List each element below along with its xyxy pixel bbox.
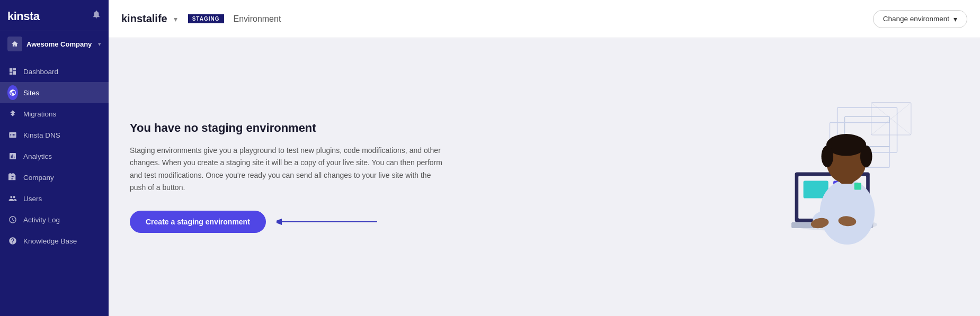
sidebar-item-sites-label: Sites: [23, 89, 39, 97]
sidebar-item-knowledge-base[interactable]: Knowledge Base: [0, 230, 109, 251]
sidebar-item-migrations[interactable]: Migrations: [0, 103, 109, 124]
sidebar-header: kinsta: [0, 0, 109, 31]
activity-log-icon: [7, 214, 18, 225]
sidebar-item-users[interactable]: Users: [0, 188, 109, 209]
sidebar-item-kinsta-dns-label: Kinsta DNS: [23, 131, 60, 139]
users-icon: [7, 193, 18, 204]
nav-items: Dashboard Sites Migrations: [0, 57, 109, 316]
topbar-left: kinstalife ▾ STAGING Environment: [121, 13, 281, 25]
sidebar-item-activity-log[interactable]: Activity Log: [0, 209, 109, 230]
environment-label: Environment: [234, 14, 281, 24]
knowledge-base-icon: [7, 236, 18, 246]
kinsta-logo-svg: kinsta: [7, 8, 55, 22]
migrations-icon: [7, 109, 18, 119]
create-btn-row: Create a staging environment: [130, 211, 448, 233]
sidebar-item-analytics-label: Analytics: [23, 152, 52, 160]
dns-icon: [7, 130, 18, 140]
staging-illustration: [758, 93, 927, 262]
company-name: Awesome Company: [26, 40, 94, 48]
illustration: [758, 93, 927, 262]
company-selector[interactable]: Awesome Company ▾: [0, 31, 109, 57]
sidebar: kinsta Awesome Company ▾ Dashboard: [0, 0, 109, 316]
change-env-label: Change environment: [883, 15, 949, 23]
sites-icon-circle: [7, 85, 18, 100]
sidebar-item-users-label: Users: [23, 195, 42, 203]
notification-bell[interactable]: [92, 10, 101, 21]
arrow-indicator: [277, 214, 382, 230]
sidebar-item-sites[interactable]: Sites: [0, 82, 109, 103]
sidebar-logo: kinsta: [7, 8, 55, 22]
sidebar-item-analytics[interactable]: Analytics: [0, 146, 109, 167]
arrow-svg: [277, 214, 382, 230]
building-icon: [11, 40, 19, 48]
create-staging-environment-button[interactable]: Create a staging environment: [130, 211, 266, 233]
staging-badge: STAGING: [188, 14, 224, 23]
topbar: kinstalife ▾ STAGING Environment Change …: [109, 0, 980, 38]
company-icon: [7, 172, 18, 183]
sidebar-item-knowledge-base-label: Knowledge Base: [23, 237, 77, 245]
sidebar-item-dashboard-label: Dashboard: [23, 68, 58, 76]
content-area: You have no staging environment Staging …: [109, 38, 980, 316]
create-staging-label: Create a staging environment: [146, 218, 250, 226]
chevron-down-icon: ▾: [98, 41, 101, 48]
company-avatar: [7, 37, 22, 51]
main-heading: You have no staging environment: [130, 121, 448, 135]
sidebar-item-company-label: Company: [23, 174, 54, 182]
dashboard-icon: [7, 66, 18, 77]
analytics-icon: [7, 151, 18, 161]
sites-icon: [7, 87, 18, 98]
svg-text:kinsta: kinsta: [7, 10, 40, 22]
sidebar-item-dashboard[interactable]: Dashboard: [0, 61, 109, 82]
svg-point-21: [821, 145, 833, 167]
site-dropdown-icon[interactable]: ▾: [174, 15, 177, 23]
sidebar-item-migrations-label: Migrations: [23, 110, 56, 118]
bell-icon: [92, 10, 101, 19]
svg-point-22: [860, 145, 872, 167]
main-content: kinstalife ▾ STAGING Environment Change …: [109, 0, 980, 316]
sidebar-item-company[interactable]: Company: [0, 167, 109, 188]
sidebar-item-activity-log-label: Activity Log: [23, 216, 60, 224]
change-environment-button[interactable]: Change environment ▾: [873, 10, 967, 28]
sidebar-item-kinsta-dns[interactable]: Kinsta DNS: [0, 124, 109, 146]
content-left: You have no staging environment Staging …: [130, 121, 448, 232]
main-description: Staging environments give you a playgrou…: [130, 145, 448, 193]
svg-rect-23: [854, 183, 861, 189]
site-name: kinstalife: [121, 13, 167, 25]
change-env-chevron: ▾: [954, 15, 957, 23]
